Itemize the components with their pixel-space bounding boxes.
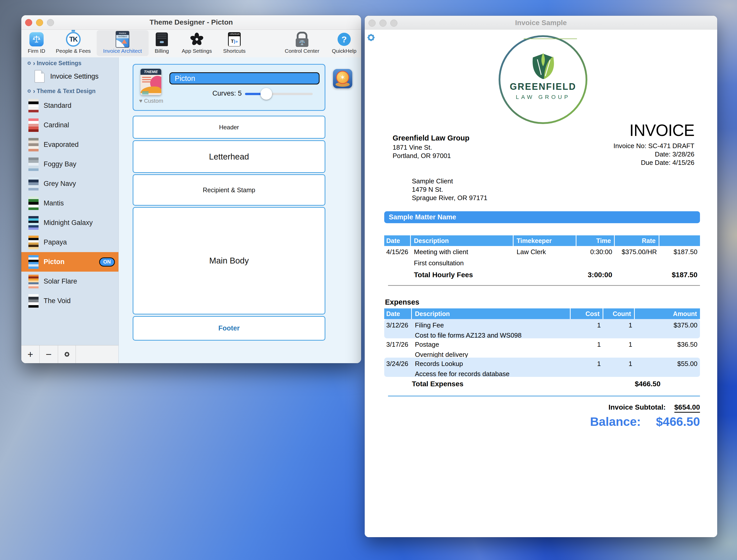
hourly-row-note: First consultation [384, 259, 700, 267]
toolbar-item-firm-id[interactable]: Firm ID [24, 30, 49, 56]
cell-description: Records Lookup [412, 360, 571, 368]
balance-value: $466.50 [656, 415, 700, 429]
theme-name-label: Standard [44, 102, 72, 110]
list-actions-bar: + − [21, 345, 118, 363]
theme-item-midnight-galaxy[interactable]: Midnight Galaxy [21, 213, 118, 233]
section-label: Theme & Text Design [37, 88, 96, 95]
theme-item-the-void[interactable]: The Void [21, 291, 118, 311]
spacer [615, 271, 659, 279]
add-theme-button[interactable]: + [21, 345, 40, 363]
invoice-date: Date: 3/28/26 [613, 150, 694, 159]
curves-label: Curves: 5 [196, 90, 242, 97]
theme-name-label: Grey Navy [44, 180, 76, 188]
theme-item-foggy-bay[interactable]: Foggy Bay [21, 154, 118, 174]
layout-section-recipient-stamp[interactable]: Recipient & Stamp [133, 174, 325, 206]
sidebar-item-label: Invoice Settings [50, 73, 99, 80]
logo-divider [524, 39, 577, 39]
curves-slider[interactable] [245, 88, 313, 100]
expense-row: 3/12/26Filing Fee11$375.00Cost to file f… [384, 319, 700, 338]
theme-swatch-icon [28, 275, 39, 288]
theme-item-mantis[interactable]: Mantis [21, 194, 118, 213]
theme-swatch-icon [28, 158, 39, 171]
invoice-sample-titlebar: Invoice Sample [365, 16, 717, 30]
theme-swatch-icon [28, 294, 39, 308]
layout-section-header[interactable]: Header [133, 116, 325, 139]
subtotal-label: Invoice Subtotal: [608, 403, 666, 411]
cell-amount: $187.50 [659, 248, 700, 256]
sidebar-section-theme-text-design[interactable]: › Theme & Text Design [26, 87, 116, 95]
spacer [384, 259, 411, 267]
section-divider [388, 285, 700, 286]
logo-subtitle: LAW GROUP [516, 94, 570, 100]
cell-count: 1 [603, 321, 635, 329]
thumb-art [142, 92, 149, 93]
remove-theme-button[interactable]: − [40, 345, 58, 363]
invoice-architect-icon: InvoiceArchitect [116, 31, 129, 48]
invoice-subtotal-row: Invoice Subtotal: $654.00 [608, 403, 700, 413]
theme-item-picton[interactable]: PictonON [21, 252, 118, 272]
gear-icon [26, 60, 32, 66]
theme-swatch-icon [28, 138, 39, 152]
shortcuts-icon: ⌁shortcutsT|» [228, 32, 241, 46]
cell-description: Filing Fee [412, 321, 571, 329]
theme-item-evaporated[interactable]: Evaporated [21, 135, 118, 154]
theme-item-grey-navy[interactable]: Grey Navy [21, 174, 118, 194]
layout-section-main-body[interactable]: Main Body [133, 207, 325, 314]
cell-note: Cost to file forms AZ123 and WS098 [412, 329, 571, 339]
theme-item-solar-flare[interactable]: Solar Flare [21, 272, 118, 291]
theme-swatch-icon [28, 216, 39, 230]
hourly-table-header: DateDescriptionTimekeeperTimeRate [384, 235, 700, 246]
expense-row: 3/24/26Records Lookup11$55.00Access fee … [384, 358, 700, 377]
layout-section-letterhead[interactable]: Letterhead [133, 140, 325, 173]
theme-designer-window: Theme Designer - Picton Firm IDTKPeople … [21, 15, 361, 363]
theme-name-label: Foggy Bay [44, 160, 76, 168]
layout-section-footer[interactable]: Footer [133, 316, 325, 341]
spacer [384, 271, 411, 279]
toolbar-item-invoice-architect[interactable]: InvoiceArchitectInvoice Architect [97, 30, 149, 56]
heart-icon: ♥ [139, 98, 144, 104]
toolbar-item-control-center[interactable]: Control Center [280, 30, 324, 56]
theme-item-papaya[interactable]: Papaya [21, 233, 118, 252]
invoice-sample-window: Invoice Sample GREENFIELD LAW GROUP Gree… [365, 16, 717, 537]
client-address-block: Sample Client 1479 N St. Sprague River, … [412, 177, 487, 202]
toolbar-item-billing[interactable]: Billing [150, 30, 173, 56]
sidebar-item-invoice-settings[interactable]: Invoice Settings [21, 68, 118, 84]
theme-designer-titlebar: Theme Designer - Picton [21, 15, 361, 30]
flower-icon [190, 32, 204, 46]
column-header: Timekeeper [514, 235, 576, 246]
theme-name-label: Cardinal [44, 121, 69, 129]
chevron-right-icon: › [33, 61, 35, 66]
cell-cost: 1 [571, 360, 603, 368]
cell-date: 3/17/26 [384, 341, 412, 348]
toolbar-item-app-settings[interactable]: App Settings [178, 30, 216, 56]
toolbar-item-label: Control Center [285, 48, 320, 54]
toolbar-item-quickhelp[interactable]: ?QuickHelp [328, 30, 361, 56]
cell-note: First consultation [411, 259, 514, 267]
cell-timekeeper: Law Clerk [514, 248, 576, 256]
theme-name-label: Papaya [44, 238, 67, 246]
window-title: Theme Designer - Picton [21, 15, 361, 29]
invoice-title: INVOICE [613, 121, 694, 140]
theme-item-standard[interactable]: Standard [21, 96, 118, 115]
preview-settings-gear-icon[interactable] [365, 32, 377, 44]
theme-name-label: Picton [44, 258, 65, 266]
theme-on-toggle[interactable]: ON [99, 257, 115, 267]
layout-section-label: Header [219, 124, 239, 131]
hourly-total-amount: $187.50 [659, 271, 700, 279]
theme-actions-button[interactable] [58, 345, 76, 363]
main-toolbar: Firm IDTKPeople & FeesInvoiceArchitectIn… [21, 30, 361, 58]
toolbar-item-shortcuts[interactable]: ⌁shortcutsT|»Shortcuts [219, 30, 250, 56]
sidebar-section-invoice-settings[interactable]: › Invoice Settings [26, 59, 116, 67]
cell-amount: $55.00 [635, 360, 700, 368]
theme-item-cardinal[interactable]: Cardinal [21, 115, 118, 135]
cell-cost: 1 [571, 341, 603, 348]
toolbar-item-people-fees[interactable]: TKPeople & Fees [53, 30, 94, 56]
gear-icon [26, 88, 32, 94]
crystal-ball-app-icon[interactable]: ✶ [333, 69, 352, 88]
theme-name-input[interactable] [169, 72, 320, 84]
matter-name-bar: Sample Matter Name [384, 211, 700, 223]
favorite-text: Custom [144, 98, 163, 104]
thumb-art [142, 81, 151, 82]
slider-thumb[interactable] [260, 88, 272, 100]
expenses-total-row: Total Expenses $466.50 [384, 380, 700, 388]
